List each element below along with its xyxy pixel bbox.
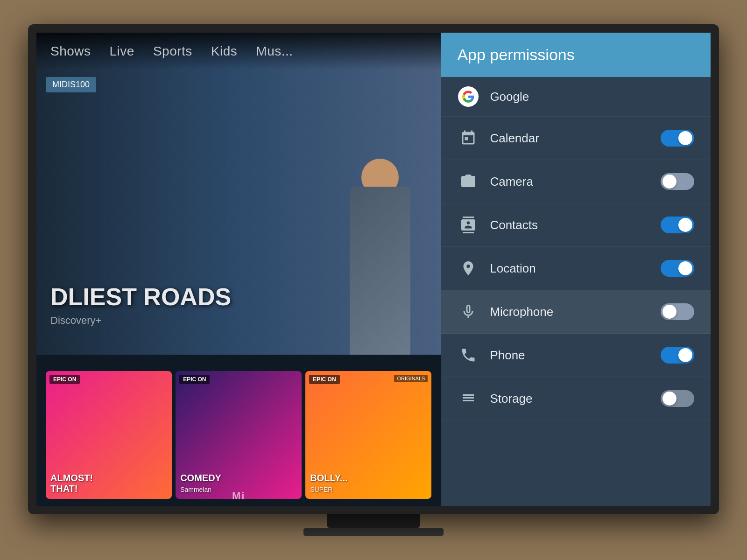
storage-toggle[interactable] [661, 390, 694, 407]
storage-toggle-thumb [662, 392, 677, 406]
nav-kids[interactable]: Kids [211, 44, 237, 59]
permissions-panel: App permissions [441, 33, 711, 506]
nav-shows[interactable]: Shows [50, 44, 91, 59]
nav-music[interactable]: Mus... [256, 44, 293, 59]
google-icon [457, 85, 479, 108]
google-g-logo [458, 86, 479, 107]
permissions-list: Google Calendar [441, 77, 711, 506]
permission-microphone[interactable]: Microphone [441, 290, 711, 334]
permission-location[interactable]: Location [441, 247, 711, 290]
content-card-2[interactable]: EPIC ON COMEDYSammelan [176, 371, 302, 499]
person-body [350, 187, 410, 355]
microphone-toggle-thumb [662, 305, 677, 319]
storage-icon [457, 387, 479, 410]
camera-label: Camera [490, 175, 661, 189]
contacts-toggle[interactable] [661, 217, 694, 233]
epic-badge-3: EPIC ON [309, 375, 339, 384]
panel-header: App permissions [441, 33, 711, 77]
phone-icon [457, 344, 479, 366]
contacts-icon [457, 214, 479, 236]
microphone-toggle[interactable] [661, 303, 694, 320]
location-label: Location [490, 261, 661, 276]
streaming-app: DLIEST ROADS Discovery+ Shows Live Sport… [36, 33, 441, 506]
mi-logo: Mi [232, 490, 245, 502]
hero-section: DLIEST ROADS Discovery+ [36, 33, 441, 355]
content-card-1[interactable]: EPIC ON ALMOST!THAT! [46, 371, 172, 499]
location-toggle[interactable] [661, 260, 694, 277]
microphone-label: Microphone [490, 305, 661, 319]
midis-badge: MIDIS100 [46, 77, 96, 92]
calendar-toggle-thumb [678, 131, 692, 145]
location-icon [457, 257, 479, 280]
hero-text: DLIEST ROADS Discovery+ [50, 284, 231, 326]
phone-toggle[interactable] [661, 347, 694, 364]
storage-label: Storage [490, 392, 661, 406]
panel-title: App permissions [457, 46, 574, 64]
phone-label: Phone [490, 348, 661, 363]
contacts-toggle-thumb [678, 218, 692, 232]
contacts-label: Contacts [490, 218, 661, 232]
nav-sports[interactable]: Sports [153, 44, 192, 59]
tv-base [303, 528, 444, 536]
calendar-icon [457, 127, 479, 149]
card-label-3: BOLLY...SUPER [310, 473, 347, 494]
calendar-label: Calendar [490, 131, 661, 146]
epic-badge-2: EPIC ON [179, 375, 210, 384]
permission-phone[interactable]: Phone [441, 334, 711, 377]
hero-subtitle: Discovery+ [50, 315, 231, 327]
google-label: Google [490, 90, 694, 104]
epic-badge-1: EPIC ON [49, 375, 80, 384]
card-label-2: COMEDYSammelan [180, 473, 221, 494]
permission-contacts[interactable]: Contacts [441, 203, 711, 247]
permission-camera[interactable]: Camera [441, 160, 711, 203]
hero-title: DLIEST ROADS [50, 284, 231, 310]
calendar-toggle[interactable] [661, 130, 694, 147]
microphone-icon [457, 301, 479, 323]
tv-screen: DLIEST ROADS Discovery+ Shows Live Sport… [36, 33, 711, 506]
content-card-3[interactable]: EPIC ON ORIGINALS BOLLY...SUPER [305, 371, 431, 499]
tv-stand [327, 514, 420, 528]
tv-frame: DLIEST ROADS Discovery+ Shows Live Sport… [28, 24, 719, 514]
camera-toggle[interactable] [661, 173, 694, 190]
phone-toggle-thumb [678, 348, 692, 362]
permission-google[interactable]: Google [441, 77, 711, 117]
card-label-1: ALMOST!THAT! [50, 473, 93, 494]
top-nav: Shows Live Sports Kids Mus... [36, 33, 441, 70]
location-toggle-thumb [678, 261, 692, 275]
camera-toggle-thumb [662, 175, 677, 189]
nav-live[interactable]: Live [110, 44, 134, 59]
originals-badge: ORIGINALS [394, 375, 428, 382]
camera-icon [457, 170, 479, 193]
permission-storage[interactable]: Storage [441, 377, 711, 420]
content-cards-row: EPIC ON ALMOST!THAT! EPIC ON COMEDYSamme… [36, 364, 441, 506]
permission-calendar[interactable]: Calendar [441, 117, 711, 160]
person-figure [329, 159, 431, 355]
